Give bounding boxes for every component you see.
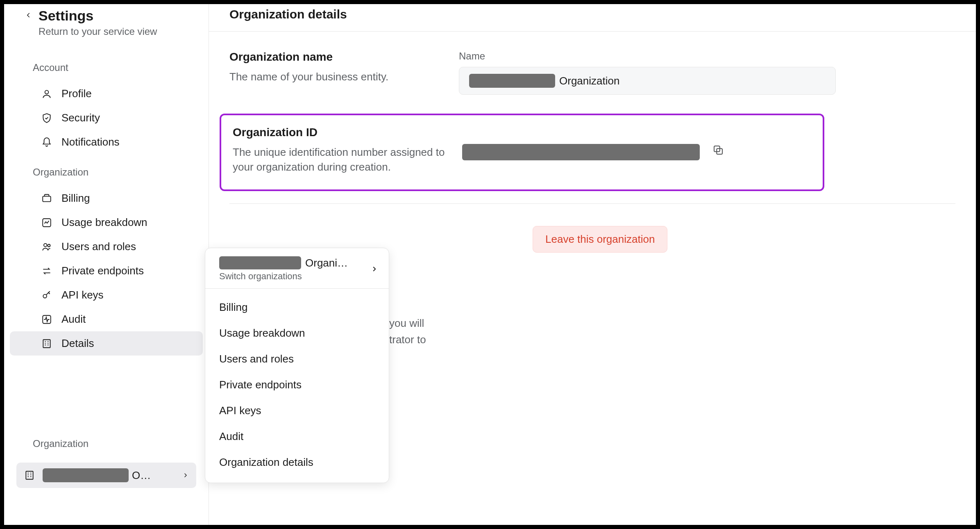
activity-icon (41, 314, 52, 325)
org-name-desc: The name of your business entity. (229, 69, 442, 84)
chart-icon (41, 217, 52, 228)
svg-rect-8 (26, 471, 33, 479)
page-title: Organization details (209, 4, 976, 32)
popover-item-private-endpoints[interactable]: Private endpoints (205, 372, 389, 398)
redacted-popover-org (219, 256, 301, 269)
copy-button[interactable] (712, 144, 726, 158)
popover-item-api-keys[interactable]: API keys (205, 398, 389, 424)
org-id-desc: The unique identification number assigne… (233, 145, 446, 175)
key-icon (41, 290, 52, 301)
svg-point-4 (48, 244, 50, 247)
user-icon (41, 88, 52, 100)
sidebar-item-label: Private endpoints (61, 264, 144, 277)
popover-item-audit[interactable]: Audit (205, 424, 389, 449)
org-name-value-suffix: Organization (559, 75, 619, 87)
settings-title: Settings (39, 8, 157, 23)
sidebar-item-api-keys[interactable]: API keys (10, 283, 203, 307)
popover-item-billing[interactable]: Billing (205, 294, 389, 320)
svg-rect-7 (43, 340, 50, 348)
org-id-heading: Organization ID (233, 126, 446, 139)
building-icon (24, 470, 35, 481)
sidebar-item-security[interactable]: Security (10, 106, 203, 130)
org-name-section: Organization name The name of your busin… (209, 32, 976, 114)
redacted-org-name (43, 468, 129, 482)
sidebar-item-label: API keys (61, 289, 104, 301)
sidebar-item-details[interactable]: Details (10, 331, 203, 356)
sidebar-item-label: Details (61, 337, 94, 350)
arrows-icon (41, 265, 52, 277)
redacted-org-name-prefix (469, 74, 555, 88)
sidebar-item-label: Notifications (61, 136, 120, 148)
settings-sidebar: Settings Return to your service view Acc… (4, 4, 209, 525)
switch-organizations-label: Switch organizations (219, 271, 371, 282)
svg-rect-1 (43, 196, 51, 201)
sidebar-item-label: Audit (61, 313, 86, 326)
popover-items: Billing Usage breakdown Users and roles … (205, 289, 389, 483)
wallet-icon (41, 193, 52, 204)
bell-icon (41, 137, 52, 148)
popover-org-suffix: Organi… (305, 257, 348, 269)
settings-subtitle[interactable]: Return to your service view (39, 26, 157, 37)
popover-item-org-details[interactable]: Organization details (205, 449, 389, 475)
building-icon (41, 338, 52, 349)
section-label-account: Account (4, 50, 209, 82)
sidebar-item-billing[interactable]: Billing (10, 186, 203, 210)
leave-desc-fragment: you will trator to (389, 315, 438, 348)
sidebar-item-label: Usage breakdown (61, 216, 147, 229)
name-field-label: Name (459, 50, 836, 62)
sidebar-item-label: Billing (61, 192, 90, 205)
org-name-input[interactable]: Organization (459, 67, 836, 95)
sidebar-item-private-endpoints[interactable]: Private endpoints (10, 259, 203, 283)
sidebar-item-profile[interactable]: Profile (10, 82, 203, 106)
sidebar-header: Settings Return to your service view (4, 4, 209, 50)
svg-point-0 (45, 90, 49, 94)
svg-point-5 (43, 294, 47, 298)
sidebar-item-users-roles[interactable]: Users and roles (10, 235, 203, 259)
sidebar-item-label: Security (61, 112, 100, 124)
shield-icon (41, 112, 52, 124)
redacted-org-id (462, 144, 700, 160)
sidebar-item-audit[interactable]: Audit (10, 307, 203, 331)
org-switch-popover: Organi… Switch organizations Billing Usa… (205, 248, 389, 483)
sidebar-item-usage[interactable]: Usage breakdown (10, 210, 203, 235)
section-label-organization-bottom: Organization (4, 417, 209, 458)
popover-header[interactable]: Organi… Switch organizations (205, 248, 389, 289)
sidebar-item-label: Profile (61, 87, 92, 100)
popover-item-users-roles[interactable]: Users and roles (205, 346, 389, 372)
leave-organization-button[interactable]: Leave this organization (533, 226, 667, 253)
sidebar-item-label: Users and roles (61, 240, 136, 253)
users-icon (41, 241, 52, 253)
org-id-highlight-box: Organization ID The unique identificatio… (220, 114, 824, 191)
org-name-suffix: O… (132, 469, 151, 482)
org-switcher[interactable]: O… (16, 463, 196, 488)
popover-item-usage[interactable]: Usage breakdown (205, 320, 389, 346)
chevron-right-icon (371, 265, 378, 273)
section-label-organization: Organization (4, 154, 209, 186)
org-name-heading: Organization name (229, 50, 442, 64)
svg-point-3 (44, 244, 47, 247)
sidebar-item-notifications[interactable]: Notifications (10, 130, 203, 154)
org-name: O… (43, 468, 175, 482)
chevron-right-icon (182, 472, 189, 479)
back-chevron-icon[interactable] (25, 11, 32, 19)
